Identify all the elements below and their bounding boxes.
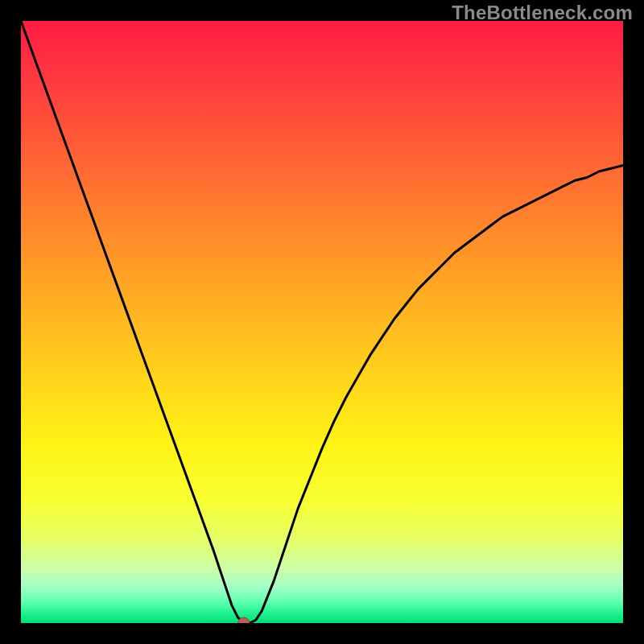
chart-frame: TheBottleneck.com (0, 0, 644, 644)
gradient-background (21, 21, 623, 623)
watermark-text: TheBottleneck.com (452, 2, 633, 24)
chart-svg (21, 21, 623, 623)
plot-area (21, 21, 623, 623)
